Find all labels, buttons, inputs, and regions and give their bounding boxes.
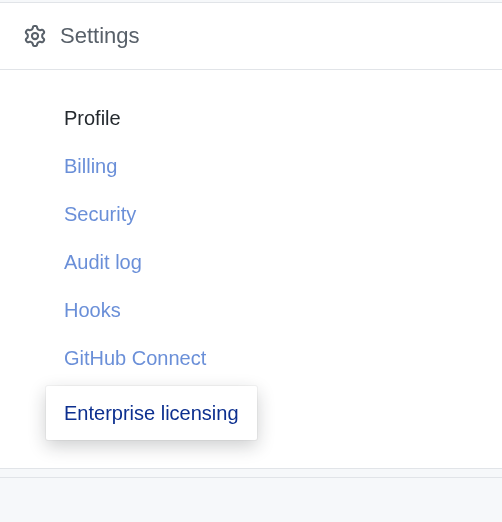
gear-icon xyxy=(24,25,46,47)
nav-item-enterprise-licensing[interactable]: Enterprise licensing xyxy=(46,386,257,440)
nav-item-profile[interactable]: Profile xyxy=(64,94,502,142)
nav-item-security[interactable]: Security xyxy=(64,190,502,238)
nav-item-billing[interactable]: Billing xyxy=(64,142,502,190)
settings-title: Settings xyxy=(60,23,140,49)
settings-panel: Settings Profile Billing Security Audit … xyxy=(0,2,502,469)
nav-item-audit-log[interactable]: Audit log xyxy=(64,238,502,286)
nav-item-hooks[interactable]: Hooks xyxy=(64,286,502,334)
nav-item-github-connect[interactable]: GitHub Connect xyxy=(64,334,502,382)
settings-nav: Profile Billing Security Audit log Hooks… xyxy=(0,70,502,468)
panel-divider xyxy=(0,477,502,487)
settings-header: Settings xyxy=(0,3,502,70)
